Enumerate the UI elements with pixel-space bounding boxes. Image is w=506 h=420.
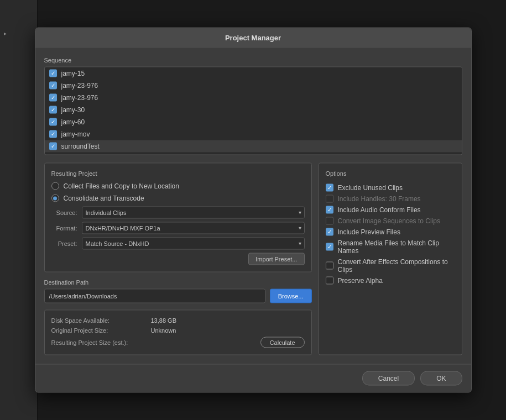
sequence-checkbox[interactable] [49,106,57,114]
format-label: Format: [51,225,82,232]
option-checkbox-convert_image_seq [326,217,333,225]
sequence-item-label: jamy-60 [61,118,85,126]
sequence-item-label: jamy-23-976 [61,94,98,102]
option-label-rename_media: Rename Media Files to Match Clip Names [338,239,455,255]
disk-original-label: Original Project Size: [51,327,151,334]
cancel-button[interactable]: Cancel [362,371,415,386]
destination-row: Browse... [44,289,312,303]
source-label: Source: [51,209,82,216]
disk-resulting-label: Resulting Project Size (est.): [51,339,260,346]
option-label-include_audio: Include Audio Conform Files [338,206,421,214]
consolidate-radio-item[interactable]: Consolidate and Transcode [51,195,305,202]
sequence-item[interactable]: jamy-60 [45,116,462,128]
option-checkbox-include_preview[interactable] [326,228,333,236]
disk-available-row: Disk Space Available: 13,88 GB [51,317,305,324]
resulting-project-panel: Resulting Project Collect Files and Copy… [44,163,312,272]
sequence-item-label: jamy-mov [61,130,90,138]
browse-button[interactable]: Browse... [270,289,312,303]
option-label-exclude_unused: Exclude Unused Clips [338,184,403,192]
source-select[interactable]: Individual Clips [82,207,305,219]
import-preset-button[interactable]: Import Preset... [248,253,304,265]
dialog-title: Project Manager [35,28,471,48]
sequence-item[interactable]: jamy-mov [45,128,462,140]
calculate-button[interactable]: Calculate [260,337,305,348]
ok-button[interactable]: OK [420,371,462,386]
sequence-checkbox[interactable] [49,130,57,138]
sequence-checkbox[interactable] [49,94,57,102]
option-item-convert_effects[interactable]: Convert After Effects Compositions to Cl… [326,256,455,275]
option-label-convert_image_seq: Convert Image Sequences to Clips [338,217,440,225]
sequence-item-label: surroundTest [61,143,100,150]
destination-label: Destination Path [44,279,312,286]
options-title: Options [326,170,455,177]
options-list: Exclude Unused ClipsInclude Handles: 30 … [326,182,455,286]
preset-row: Preset: Match Source - DNxHD [51,238,305,250]
format-row: Format: DNxHR/DNxHD MXF OP1a [51,222,305,234]
consolidate-radio[interactable] [51,195,59,202]
options-panel: Options Exclude Unused ClipsInclude Hand… [319,163,462,355]
collapse-arrow[interactable]: ▸ [0,22,10,44]
option-item-preserve_alpha[interactable]: Preserve Alpha [326,275,455,286]
sequence-item[interactable]: surroundTest [45,140,462,153]
sequence-item[interactable]: jamy-15 [45,67,462,80]
source-row: Source: Individual Clips [51,207,305,219]
format-select[interactable]: DNxHR/DNxHD MXF OP1a [82,222,305,234]
disk-space-panel: Disk Space Available: 13,88 GB Original … [44,310,312,355]
collect-radio[interactable] [51,182,59,190]
disk-original-value: Unknown [151,327,176,334]
collect-radio-item[interactable]: Collect Files and Copy to New Location [51,182,305,190]
option-checkbox-preserve_alpha[interactable] [326,277,333,285]
sequence-item-label: jamy-30 [61,106,85,114]
format-select-wrapper: DNxHR/DNxHD MXF OP1a [82,222,305,234]
option-checkbox-rename_media[interactable] [326,243,333,251]
sequence-checkbox[interactable] [49,143,57,150]
sequence-list[interactable]: jamy-15jamy-23-976jamy-23-976jamy-30jamy… [44,67,462,155]
option-checkbox-convert_effects[interactable] [326,262,333,270]
sequence-checkbox[interactable] [49,70,57,77]
sequence-item[interactable]: jamy-23-976 [45,92,462,104]
sequence-item-label: jamy-23-976 [61,82,98,90]
option-checkbox-include_audio[interactable] [326,206,333,214]
left-toolbar: ▸ [0,0,38,420]
right-column: Options Exclude Unused ClipsInclude Hand… [319,163,462,355]
option-label-include_handles: Include Handles: 30 Frames [338,195,421,203]
sequence-item-label: jamy-15 [61,70,85,77]
sequence-item[interactable]: jamy-30 [45,104,462,116]
sequence-checkbox[interactable] [49,118,57,126]
option-label-include_preview: Include Preview Files [338,228,400,236]
dialog-body: Sequence jamy-15jamy-23-976jamy-23-976ja… [35,48,471,364]
destination-path-input[interactable] [44,289,265,303]
disk-available-label: Disk Space Available: [51,317,151,324]
option-label-preserve_alpha: Preserve Alpha [338,277,383,285]
preset-select[interactable]: Match Source - DNxHD [82,238,305,250]
option-label-convert_effects: Convert After Effects Compositions to Cl… [338,258,455,274]
option-item-include_handles: Include Handles: 30 Frames [326,193,455,204]
sequence-item[interactable]: jamy-23-976 [45,80,462,92]
project-manager-dialog: Project Manager Sequence jamy-15jamy-23-… [35,28,472,393]
option-item-include_preview[interactable]: Include Preview Files [326,227,455,238]
preset-label: Preset: [51,240,82,247]
option-item-exclude_unused[interactable]: Exclude Unused Clips [326,182,455,193]
option-item-convert_image_seq: Convert Image Sequences to Clips [326,216,455,227]
source-select-wrapper: Individual Clips [82,207,305,219]
preset-select-wrapper: Match Source - DNxHD [82,238,305,250]
option-checkbox-include_handles [326,195,333,203]
left-column: Resulting Project Collect Files and Copy… [44,163,312,355]
option-item-rename_media[interactable]: Rename Media Files to Match Clip Names [326,238,455,256]
disk-available-value: 13,88 GB [151,317,176,324]
disk-calc-row: Resulting Project Size (est.): Calculate [51,337,305,348]
dialog-footer: Cancel OK [35,364,471,392]
import-preset-row: Import Preset... [51,253,305,265]
collect-label: Collect Files and Copy to New Location [64,182,179,190]
disk-original-row: Original Project Size: Unknown [51,327,305,334]
sequence-label: Sequence [44,57,462,64]
resulting-project-title: Resulting Project [51,170,305,177]
option-item-include_audio[interactable]: Include Audio Conform Files [326,204,455,216]
consolidate-label: Consolidate and Transcode [64,195,144,202]
option-checkbox-exclude_unused[interactable] [326,184,333,192]
sequence-checkbox[interactable] [49,82,57,90]
